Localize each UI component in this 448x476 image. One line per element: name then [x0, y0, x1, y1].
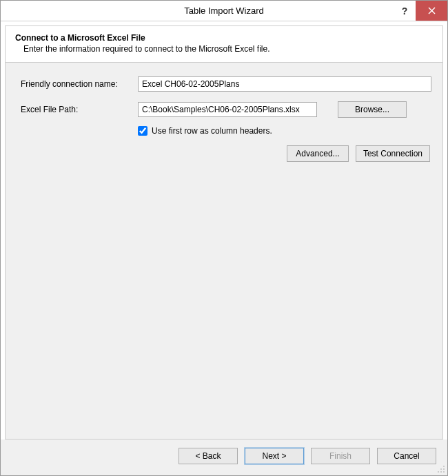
titlebar: Table Import Wizard ? [1, 1, 447, 21]
next-button[interactable]: Next > [245, 448, 304, 464]
wizard-window: Table Import Wizard ? Connect to a Micro… [0, 0, 448, 476]
svg-point-6 [440, 471, 442, 473]
finish-button: Finish [311, 448, 370, 464]
close-icon [428, 7, 436, 14]
friendly-name-label: Friendly connection name: [21, 79, 138, 89]
test-connection-button[interactable]: Test Connection [356, 145, 430, 162]
friendly-name-input[interactable] [138, 76, 431, 92]
svg-point-2 [443, 466, 445, 467]
file-path-input[interactable] [138, 102, 317, 117]
resize-grip-icon[interactable] [437, 465, 445, 473]
browse-button[interactable]: Browse... [338, 101, 407, 118]
window-title: Table Import Wizard [1, 6, 447, 16]
file-path-label: Excel File Path: [21, 105, 138, 114]
friendly-name-row: Friendly connection name: [21, 76, 431, 92]
cancel-button[interactable]: Cancel [377, 448, 436, 464]
svg-point-4 [443, 468, 445, 470]
svg-point-5 [438, 471, 439, 473]
action-row: Advanced... Test Connection [21, 145, 431, 162]
first-row-checkbox[interactable] [138, 126, 147, 136]
svg-point-7 [443, 471, 445, 473]
svg-point-3 [440, 468, 442, 470]
first-row-checkbox-row: Use first row as column headers. [138, 126, 431, 136]
close-button[interactable] [416, 1, 447, 21]
advanced-button[interactable]: Advanced... [287, 145, 349, 162]
page-subtitle: Enter the information required to connec… [15, 44, 433, 54]
first-row-label[interactable]: Use first row as column headers. [152, 126, 272, 136]
help-button[interactable]: ? [394, 1, 416, 21]
page-title: Connect to a Microsoft Excel File [15, 33, 433, 43]
header-panel: Connect to a Microsoft Excel File Enter … [5, 25, 443, 63]
file-path-row: Excel File Path: Browse... [21, 101, 431, 118]
titlebar-controls: ? [394, 1, 447, 21]
footer: < Back Next > Finish Cancel [1, 439, 447, 475]
form-area: Friendly connection name: Excel File Pat… [5, 63, 443, 439]
back-button[interactable]: < Back [179, 448, 238, 464]
